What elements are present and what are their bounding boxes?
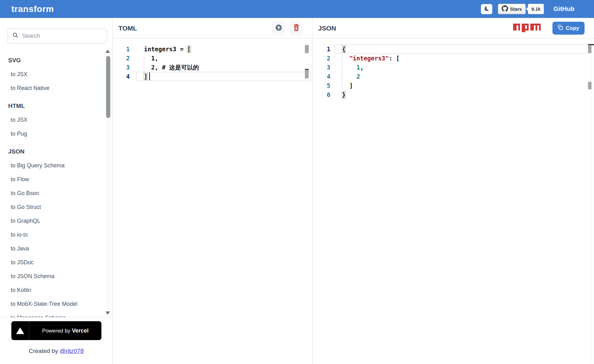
code-text: 1, xyxy=(144,54,158,63)
json-panel: JSON Copy 1{2 "integers3": [3 1,4 25 ]6} xyxy=(312,18,594,364)
github-link[interactable]: GitHub xyxy=(553,5,574,13)
line-number: 2 xyxy=(312,54,330,63)
dark-mode-toggle[interactable] xyxy=(481,4,492,14)
toml-panel-header: TOML xyxy=(113,18,312,39)
code-text: 1, xyxy=(342,63,364,72)
author-link[interactable]: @ritz078 xyxy=(60,348,83,354)
search-input[interactable] xyxy=(22,33,101,39)
toml-indent-guide xyxy=(144,54,144,72)
sidebar-item-to-java[interactable]: to Java xyxy=(0,242,112,255)
code-text: 2 xyxy=(342,72,360,81)
toml-panel: TOML xyxy=(113,18,312,364)
copy-icon xyxy=(558,25,563,32)
octocat-icon xyxy=(502,5,508,13)
json-editor[interactable]: 1{2 "integers3": [3 1,4 25 ]6} xyxy=(312,39,594,364)
moon-icon xyxy=(483,6,489,13)
toml-panel-actions xyxy=(272,22,303,35)
app-logo[interactable]: transform xyxy=(11,4,54,14)
code-text: integers3 = [ xyxy=(144,45,191,54)
sidebar-item-to-kotlin[interactable]: to Kotlin xyxy=(0,283,112,297)
sidebar-item-to-graphql[interactable]: to GraphQL xyxy=(0,214,112,228)
code-line: 1integers3 = [ xyxy=(113,45,312,54)
sidebar-item-to-io-ts[interactable]: to io-ts xyxy=(0,228,112,242)
sidebar-footer-divider xyxy=(0,317,112,317)
github-stars-widget: Stars 9.1k xyxy=(498,4,544,14)
app-header: transform Stars 9.1k GitHub xyxy=(0,0,594,18)
sidebar-item-to-big-query-schema[interactable]: to Big Query Schema xyxy=(0,159,112,172)
scroll-up-arrow-icon[interactable] xyxy=(106,50,110,53)
vercel-label: Powered by Vercel xyxy=(29,328,101,334)
json-indent-guide xyxy=(342,54,342,90)
search-box xyxy=(8,28,107,43)
toml-overview-ruler-mark[interactable] xyxy=(305,70,309,78)
upload-button[interactable] xyxy=(272,22,285,35)
line-number: 2 xyxy=(113,54,130,63)
json-overview-cursor-mark xyxy=(588,44,594,45)
npm-logo[interactable] xyxy=(512,24,541,33)
nav-section-svg: SVGto JSXto React Native xyxy=(0,53,112,95)
line-number: 3 xyxy=(312,63,330,72)
code-line: 5 ] xyxy=(312,81,594,90)
toml-panel-title: TOML xyxy=(118,25,137,32)
json-overview-ruler-mark[interactable] xyxy=(588,82,591,89)
line-number: 1 xyxy=(312,45,330,54)
line-number: 5 xyxy=(312,81,330,90)
toml-overview-ruler-mark[interactable] xyxy=(305,45,309,53)
sidebar-item-to-mongoose-schema[interactable]: to Mongoose Schema xyxy=(0,311,112,317)
stars-label: Stars xyxy=(510,6,522,12)
sidebar: SVGto JSXto React NativeHTMLto JSXto Pug… xyxy=(0,18,113,364)
stars-count-badge[interactable]: 9.1k xyxy=(528,4,544,14)
github-stars-button[interactable]: Stars xyxy=(498,4,526,14)
sidebar-item-to-go-struct[interactable]: to Go Struct xyxy=(0,200,112,214)
vercel-logo-icon xyxy=(11,328,29,334)
code-text: } xyxy=(342,90,346,99)
nav-section-json: JSONto Big Query Schemato Flowto Go Bson… xyxy=(0,145,112,317)
nav-section-title: JSON xyxy=(0,145,112,159)
sidebar-item-to-jsx[interactable]: to JSX xyxy=(0,67,112,81)
code-line: 1{ xyxy=(312,45,594,54)
scroll-down-arrow-icon[interactable] xyxy=(106,311,110,315)
sidebar-item-to-flow[interactable]: to Flow xyxy=(0,172,112,186)
line-number: 1 xyxy=(113,45,130,54)
code-text: "integers3": [ xyxy=(342,54,400,63)
code-line: 2 "integers3": [ xyxy=(312,54,594,63)
converter-nav: SVGto JSXto React NativeHTMLto JSXto Pug… xyxy=(0,43,112,317)
nav-section-html: HTMLto JSXto Pug xyxy=(0,99,112,141)
line-number: 6 xyxy=(312,90,330,99)
sidebar-item-to-json-schema[interactable]: to JSON Schema xyxy=(0,269,112,283)
header-controls: Stars 9.1k GitHub xyxy=(481,0,574,18)
json-panel-header: JSON Copy xyxy=(312,18,594,39)
code-line: 3 2, # 这是可以的 xyxy=(113,63,312,72)
code-text: ] xyxy=(342,81,353,90)
code-line: 4 2 xyxy=(312,72,594,81)
code-text: 2, # 这是可以的 xyxy=(144,63,199,72)
vercel-banner[interactable]: Powered by Vercel xyxy=(11,321,101,340)
toml-editor[interactable]: 1integers3 = [2 1,3 2, # 这是可以的4] xyxy=(113,39,312,364)
nav-section-title: HTML xyxy=(0,99,112,113)
code-text: { xyxy=(342,45,346,54)
upload-icon xyxy=(275,24,283,32)
clear-button[interactable] xyxy=(290,22,303,35)
line-number: 4 xyxy=(312,72,330,81)
code-line: 4] xyxy=(113,72,312,81)
sidebar-item-to-go-bson[interactable]: to Go Bson xyxy=(0,186,112,200)
json-panel-actions: Copy xyxy=(512,22,585,35)
code-text: ] xyxy=(144,72,147,81)
sidebar-item-to-mobx-state-tree-model[interactable]: to MobX-State-Tree Model xyxy=(0,297,112,311)
json-overview-ruler-mark[interactable] xyxy=(588,46,591,53)
json-panel-title: JSON xyxy=(318,25,336,32)
search-icon xyxy=(12,32,19,40)
sidebar-item-to-jsdoc[interactable]: to JSDoc xyxy=(0,255,112,269)
sidebar-item-to-jsx[interactable]: to JSX xyxy=(0,113,112,127)
code-line: 6} xyxy=(312,90,594,99)
nav-section-title: SVG xyxy=(0,53,112,67)
sidebar-scrollbar-thumb[interactable] xyxy=(106,56,110,118)
trash-icon xyxy=(293,24,300,32)
sidebar-item-to-pug[interactable]: to Pug xyxy=(0,127,112,141)
line-number: 4 xyxy=(113,72,130,81)
copy-button[interactable]: Copy xyxy=(552,22,585,35)
line-number: 3 xyxy=(113,63,130,72)
toml-text-cursor xyxy=(149,72,150,80)
code-line: 3 1, xyxy=(312,63,594,72)
sidebar-item-to-react-native[interactable]: to React Native xyxy=(0,81,112,95)
